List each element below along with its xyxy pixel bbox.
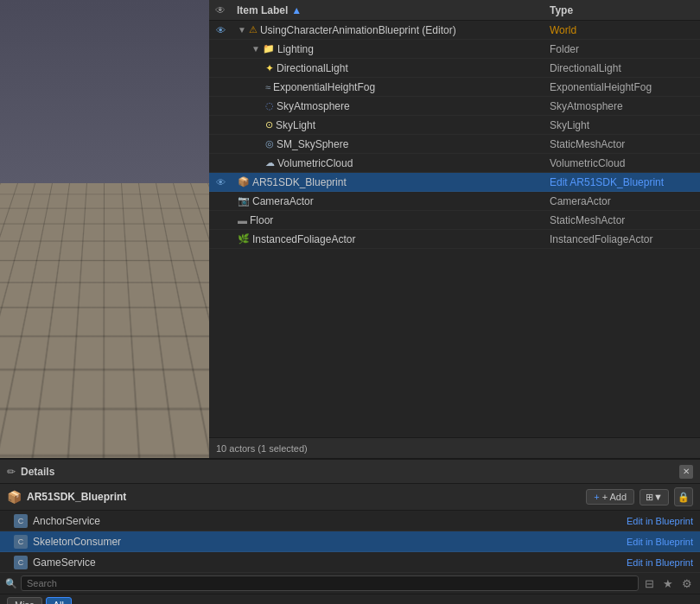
row-label-cell: ▬ Floor <box>232 214 544 226</box>
row-label: CameraActor <box>252 195 314 207</box>
row-label: Floor <box>250 214 273 226</box>
eye-toggle[interactable]: 👁 <box>209 177 232 188</box>
light-icon: ✦ <box>265 62 274 74</box>
row-type: InstancedFoliageActor <box>544 233 700 245</box>
component-name: SkeletonConsumer <box>33 536 627 548</box>
eye-icon: 👁 <box>216 25 226 35</box>
tree-row[interactable]: 📷 CameraActor CameraActor <box>209 192 700 211</box>
edit-blueprint-link-anchor[interactable]: Edit in Blueprint <box>627 516 693 526</box>
table-view-button[interactable]: ⊟ <box>642 576 657 591</box>
tree-row[interactable]: ◎ SM_SkySphere StaticMeshActor <box>209 135 700 154</box>
row-label-cell: ◌ SkyAtmosphere <box>232 100 544 112</box>
expand-arrow-icon[interactable]: ▼ <box>251 44 260 54</box>
outliner-status: 10 actors (1 selected) <box>209 437 700 458</box>
row-label: Lighting <box>277 43 314 55</box>
component-name: AnchorService <box>33 515 627 527</box>
details-header: ✏ Details ✕ <box>0 460 700 484</box>
component-icon: C <box>14 514 28 528</box>
row-label-cell: ▼ ⚠ UsingCharacterAnimationBlueprint (Ed… <box>232 24 544 36</box>
tree-row[interactable]: ⊙ SkyLight SkyLight <box>209 116 700 135</box>
row-label: SkyAtmosphere <box>277 100 350 112</box>
row-label: AR51SDK_Blueprint <box>252 176 347 188</box>
details-pencil-icon: ✏ <box>7 466 16 478</box>
row-label-cell: ▼ 📁 Lighting <box>232 43 544 55</box>
settings-icon-button[interactable]: ⚙ <box>679 576 695 591</box>
add-component-button[interactable]: + + Add <box>586 489 634 505</box>
row-label: SkyLight <box>276 119 315 131</box>
details-panel: ✏ Details ✕ 📦 AR51SDK_Blueprint + + Add … <box>0 458 700 604</box>
component-row-skeletonconsumer[interactable]: C SkeletonConsumer Edit in Blueprint <box>0 531 700 552</box>
row-label: ExponentialHeightFog <box>273 81 375 93</box>
tree-row[interactable]: 👁 ▼ ⚠ UsingCharacterAnimationBlueprint (… <box>209 21 700 40</box>
row-type: VolumetricCloud <box>544 157 700 169</box>
floor-tiles <box>0 183 209 458</box>
row-label: InstancedFoliageActor <box>252 233 355 245</box>
tree-row-selected[interactable]: 👁 📦 AR51SDK_Blueprint Edit AR51SDK_Bluep… <box>209 173 700 192</box>
component-icon: C <box>14 535 28 549</box>
row-type: StaticMeshActor <box>544 214 700 226</box>
actor-row: 📦 AR51SDK_Blueprint + + Add ⊞▼ 🔒 <box>0 484 700 511</box>
component-row-anchorservice[interactable]: C AnchorService Edit in Blueprint <box>0 511 700 531</box>
filter-bar: Misc All <box>0 594 700 604</box>
component-row-gameservice[interactable]: C GameService Edit in Blueprint <box>0 552 700 573</box>
row-label: SM_SkySphere <box>277 138 348 150</box>
tree-row[interactable]: ◌ SkyAtmosphere SkyAtmosphere <box>209 97 700 116</box>
tree-row[interactable]: ✦ DirectionalLight DirectionalLight <box>209 59 700 78</box>
layout-button[interactable]: ⊞▼ <box>640 489 669 505</box>
sphere-icon: ◎ <box>265 138 274 149</box>
tree-row[interactable]: ☁ VolumetricCloud VolumetricCloud <box>209 154 700 173</box>
atmosphere-icon: ◌ <box>265 100 274 111</box>
search-input[interactable] <box>21 575 639 591</box>
favorite-button[interactable]: ★ <box>660 576 676 591</box>
edit-blueprint-link-skeleton[interactable]: Edit in Blueprint <box>627 537 693 547</box>
row-type-link[interactable]: Edit AR51SDK_Blueprint <box>544 176 700 188</box>
blueprint-icon: 📦 <box>238 176 250 188</box>
component-list: C AnchorService Edit in Blueprint C Skel… <box>0 511 700 573</box>
foliage-icon: 🌿 <box>238 233 250 245</box>
tree-row[interactable]: ▼ 📁 Lighting Folder <box>209 40 700 59</box>
row-label-cell: ◎ SM_SkySphere <box>232 138 544 150</box>
expand-arrow-icon[interactable]: ▼ <box>238 25 246 35</box>
row-label-cell: ⊙ SkyLight <box>232 119 544 131</box>
folder-icon: 📁 <box>263 43 275 54</box>
row-type: DirectionalLight <box>544 62 700 74</box>
row-label: VolumetricCloud <box>277 157 353 169</box>
component-name: GameService <box>33 556 627 569</box>
outliner: 👁 Item Label ▲ Type 👁 ▼ ⚠ UsingCharacter… <box>209 0 700 458</box>
skylight-icon: ⊙ <box>265 119 273 130</box>
row-type: World <box>544 24 700 36</box>
details-title: Details <box>21 466 54 478</box>
eye-toggle[interactable]: 👁 <box>209 25 232 35</box>
outliner-header: 👁 Item Label ▲ Type <box>209 0 700 21</box>
floor-icon: ▬ <box>238 215 247 226</box>
tree-area[interactable]: 👁 ▼ ⚠ UsingCharacterAnimationBlueprint (… <box>209 21 700 437</box>
fog-icon: ≈ <box>265 82 270 92</box>
cloud-icon: ☁ <box>265 157 275 168</box>
search-bar: 🔍 ⊟ ★ ⚙ <box>0 573 700 594</box>
actor-icon: 📦 <box>7 490 22 504</box>
eye-icon: 👁 <box>216 177 226 188</box>
plus-icon: + <box>594 492 599 502</box>
row-type: CameraActor <box>544 195 700 207</box>
row-type: StaticMeshActor <box>544 138 700 150</box>
tree-row[interactable]: ≈ ExponentialHeightFog ExponentialHeight… <box>209 78 700 97</box>
actor-name: AR51SDK_Blueprint <box>27 491 581 503</box>
details-close-button[interactable]: ✕ <box>679 465 693 479</box>
row-type: Folder <box>544 43 700 55</box>
eye-col-header: 👁 <box>209 4 232 16</box>
row-label-cell: ≈ ExponentialHeightFog <box>232 81 544 93</box>
row-type: SkyLight <box>544 119 700 131</box>
filter-misc-button[interactable]: Misc <box>7 597 42 604</box>
viewport-scene <box>0 0 209 458</box>
lock-button[interactable]: 🔒 <box>674 487 693 506</box>
row-type: ExponentialHeightFog <box>544 81 700 93</box>
tree-row[interactable]: 🌿 InstancedFoliageActor InstancedFoliage… <box>209 230 700 249</box>
filter-all-button[interactable]: All <box>46 597 72 604</box>
tree-row[interactable]: ▬ Floor StaticMeshActor <box>209 211 700 230</box>
camera-icon: 📷 <box>238 195 250 207</box>
row-label: DirectionalLight <box>277 62 348 74</box>
edit-blueprint-link-game[interactable]: Edit in Blueprint <box>627 557 693 568</box>
row-label-cell: 🌿 InstancedFoliageActor <box>232 233 544 245</box>
viewport <box>0 0 209 458</box>
row-type: SkyAtmosphere <box>544 100 700 112</box>
